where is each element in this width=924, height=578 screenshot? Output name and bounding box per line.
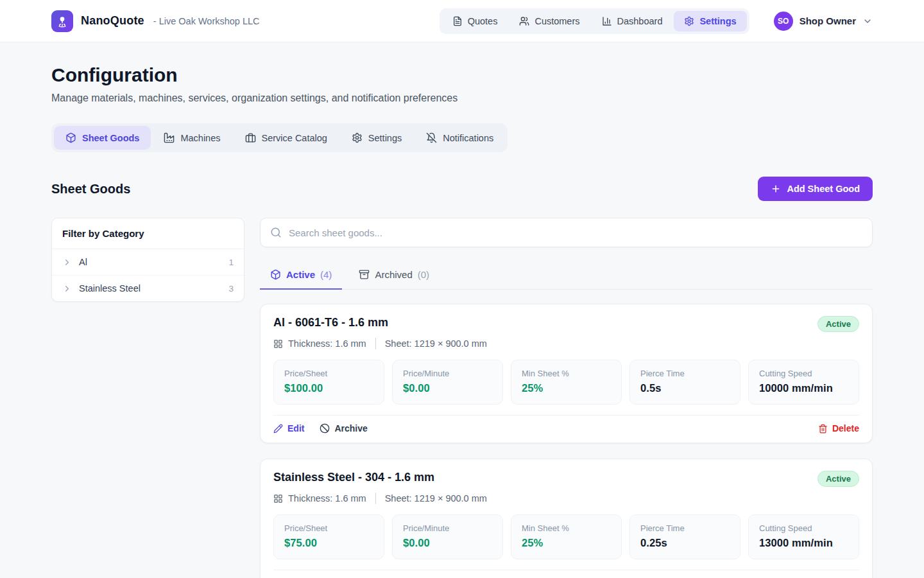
divider — [375, 493, 376, 504]
stat-min-sheet-pct: Min Sheet % 25% — [511, 514, 622, 559]
divider — [375, 338, 376, 349]
stat-cutting-speed: Cutting Speed 13000 mm/min — [748, 514, 859, 559]
tab-sheet-goods[interactable]: Sheet Goods — [54, 126, 151, 150]
section-header: Sheet Goods Add Sheet Good — [51, 177, 873, 201]
app-title: NanoQuote — [81, 14, 144, 28]
tab-settings[interactable]: Settings — [340, 126, 413, 150]
grid-icon — [273, 494, 283, 504]
page-title: Configuration — [51, 64, 873, 86]
package-icon — [65, 132, 76, 143]
sheet-good-card: Al - 6061-T6 - 1.6 mm Active Thickness: … — [260, 304, 873, 443]
nav-item-quotes[interactable]: Quotes — [442, 11, 508, 31]
stat-price-sheet: Price/Sheet $75.00 — [273, 514, 384, 559]
plus-icon — [771, 184, 781, 194]
tab-notifications[interactable]: Notifications — [415, 126, 505, 150]
bar-chart-icon — [602, 16, 612, 26]
nanoquote-logo-icon — [51, 10, 73, 32]
chevron-right-icon — [62, 284, 72, 293]
thickness-text: Thickness: 1.6 mm — [288, 493, 366, 504]
grid-icon — [273, 339, 283, 349]
search-box — [260, 218, 873, 247]
main-nav: Quotes Customers Dashboard Settings — [440, 8, 749, 34]
tab-archived[interactable]: Archived (0) — [348, 263, 440, 290]
briefcase-icon — [245, 132, 256, 143]
chevron-right-icon — [62, 258, 72, 267]
edit-button[interactable]: Edit — [273, 423, 304, 434]
status-tab-bar: Active (4) Archived (0) — [260, 263, 873, 290]
main-content: Configuration Manage materials, machines… — [0, 42, 924, 578]
stat-pierce-time: Pierce Time 0.25s — [629, 514, 740, 559]
filter-count: 1 — [228, 258, 234, 267]
stat-price-minute: Price/Minute $0.00 — [392, 514, 503, 559]
file-text-icon — [452, 16, 463, 26]
sheet-good-title: Al - 6061-T6 - 1.6 mm — [273, 316, 388, 329]
users-icon — [519, 16, 529, 26]
nav-item-settings[interactable]: Settings — [674, 11, 746, 31]
config-tab-bar: Sheet Goods Machines Service Catalog Set… — [51, 123, 508, 152]
stat-price-minute: Price/Minute $0.00 — [392, 360, 503, 405]
filter-title: Filter by Category — [52, 218, 244, 249]
tab-machines[interactable]: Machines — [152, 126, 232, 150]
pencil-icon — [273, 424, 283, 434]
gear-icon — [352, 132, 363, 143]
search-input[interactable] — [289, 227, 862, 238]
brand: NanoQuote - Live Oak Workshop LLC — [51, 10, 260, 32]
page-subtitle: Manage materials, machines, services, or… — [51, 92, 873, 104]
factory-icon — [164, 132, 175, 143]
app-header: NanoQuote - Live Oak Workshop LLC Quotes… — [0, 0, 924, 42]
filter-panel: Filter by Category Al 1 Stainless Steel … — [51, 218, 244, 302]
tab-service-catalog[interactable]: Service Catalog — [234, 126, 339, 150]
sheet-good-meta: Thickness: 1.6 mm Sheet: 1219 × 900.0 mm — [273, 493, 859, 504]
tab-active[interactable]: Active (4) — [260, 263, 342, 290]
stat-min-sheet-pct: Min Sheet % 25% — [511, 360, 622, 405]
archive-icon — [359, 269, 370, 280]
package-icon — [270, 269, 281, 280]
bell-off-icon — [426, 132, 437, 143]
status-badge: Active — [817, 471, 859, 487]
active-count: (4) — [320, 269, 332, 280]
ban-icon — [320, 423, 330, 434]
user-menu[interactable]: SO Shop Owner — [774, 12, 873, 31]
sheet-good-title: Stainless Steel - 304 - 1.6 mm — [273, 471, 434, 484]
section-title: Sheet Goods — [51, 182, 130, 197]
nav-item-customers[interactable]: Customers — [509, 11, 590, 31]
nav-item-dashboard[interactable]: Dashboard — [592, 11, 673, 31]
sheet-good-meta: Thickness: 1.6 mm Sheet: 1219 × 900.0 mm — [273, 338, 859, 349]
archive-button[interactable]: Archive — [320, 423, 367, 434]
archived-count: (0) — [418, 269, 429, 280]
gear-icon — [684, 16, 694, 26]
delete-button[interactable]: Delete — [818, 423, 859, 434]
search-icon — [270, 227, 282, 238]
sheet-size-text: Sheet: 1219 × 900.0 mm — [385, 493, 487, 504]
stat-price-sheet: Price/Sheet $100.00 — [273, 360, 384, 405]
org-name: - Live Oak Workshop LLC — [153, 16, 260, 26]
filter-item-al[interactable]: Al 1 — [52, 249, 244, 276]
stat-pierce-time: Pierce Time 0.5s — [629, 360, 740, 405]
stat-cutting-speed: Cutting Speed 10000 mm/min — [748, 360, 859, 405]
filter-count: 3 — [228, 284, 234, 293]
chevron-down-icon — [862, 16, 873, 26]
trash-icon — [818, 424, 828, 434]
status-badge: Active — [817, 316, 859, 332]
sheet-size-text: Sheet: 1219 × 900.0 mm — [385, 338, 487, 349]
avatar: SO — [774, 12, 793, 31]
add-sheet-good-button[interactable]: Add Sheet Good — [758, 177, 873, 201]
filter-item-stainless-steel[interactable]: Stainless Steel 3 — [52, 276, 244, 301]
sheet-good-card: Stainless Steel - 304 - 1.6 mm Active Th… — [260, 459, 873, 578]
thickness-text: Thickness: 1.6 mm — [288, 338, 366, 349]
user-name: Shop Owner — [800, 15, 856, 26]
